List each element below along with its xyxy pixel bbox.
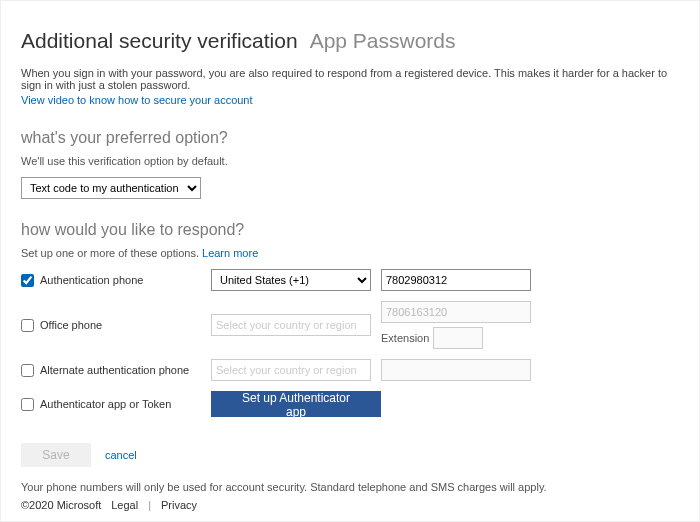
auth-app-row[interactable]: Authenticator app or Token <box>21 398 211 411</box>
setup-authenticator-button[interactable]: Set up Authenticator app <box>211 391 381 417</box>
auth-phone-row[interactable]: Authentication phone <box>21 274 211 287</box>
disclaimer-text: Your phone numbers will only be used for… <box>21 481 679 493</box>
view-video-link[interactable]: View video to know how to secure your ac… <box>21 94 253 106</box>
office-phone-country-select <box>211 314 371 336</box>
preferred-heading: what's your preferred option? <box>21 129 679 147</box>
office-phone-extension-input <box>433 327 483 349</box>
alt-phone-label: Alternate authentication phone <box>40 364 189 376</box>
footer: ©2020 Microsoft Legal | Privacy <box>21 499 197 511</box>
auth-phone-checkbox[interactable] <box>21 274 34 287</box>
intro-text: When you sign in with your password, you… <box>21 67 679 91</box>
office-phone-checkbox[interactable] <box>21 319 34 332</box>
preferred-sub: We'll use this verification option by de… <box>21 155 679 167</box>
footer-separator: | <box>148 499 151 511</box>
office-phone-label: Office phone <box>40 319 102 331</box>
office-phone-fields: Extension <box>381 301 611 349</box>
respond-sub-text: Set up one or more of these options. <box>21 247 202 259</box>
alt-phone-country-select <box>211 359 371 381</box>
auth-app-label: Authenticator app or Token <box>40 398 171 410</box>
save-button[interactable]: Save <box>21 443 91 467</box>
respond-sub: Set up one or more of these options. Lea… <box>21 247 679 259</box>
auth-phone-number-input[interactable] <box>381 269 531 291</box>
alt-phone-number-input <box>381 359 531 381</box>
preferred-option-select[interactable]: Text code to my authentication p <box>21 177 201 199</box>
auth-app-checkbox[interactable] <box>21 398 34 411</box>
auth-phone-country-select[interactable]: United States (+1) <box>211 269 371 291</box>
tab-app-passwords[interactable]: App Passwords <box>310 29 456 53</box>
footer-legal-link[interactable]: Legal <box>111 499 138 511</box>
page-header: Additional security verification App Pas… <box>21 29 679 53</box>
actions-row: Save cancel <box>21 443 679 467</box>
tab-security-verification[interactable]: Additional security verification <box>21 29 298 53</box>
alt-phone-row[interactable]: Alternate authentication phone <box>21 364 211 377</box>
footer-copyright: ©2020 Microsoft <box>21 499 101 511</box>
respond-heading: how would you like to respond? <box>21 221 679 239</box>
alt-phone-checkbox[interactable] <box>21 364 34 377</box>
office-phone-row[interactable]: Office phone <box>21 319 211 332</box>
respond-grid: Authentication phone United States (+1) … <box>21 269 679 417</box>
cancel-link[interactable]: cancel <box>105 449 137 461</box>
auth-phone-label: Authentication phone <box>40 274 143 286</box>
extension-label: Extension <box>381 332 429 344</box>
learn-more-link[interactable]: Learn more <box>202 247 258 259</box>
footer-privacy-link[interactable]: Privacy <box>161 499 197 511</box>
office-phone-number-input <box>381 301 531 323</box>
